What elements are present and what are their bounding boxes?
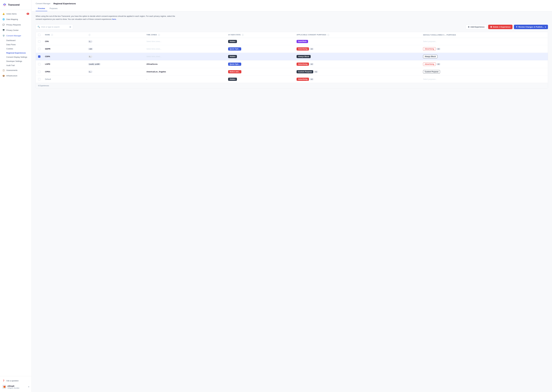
row-default-purposes[interactable]: Advertising+3 xyxy=(421,45,548,53)
table-body: CPA1...Select time zones...HiddenSaleOfI… xyxy=(36,38,548,83)
row-default-purposes[interactable]: Custom Purpose xyxy=(421,68,548,76)
table-row[interactable]: Default-HiddenAdvertising+3Select purpos… xyxy=(36,76,548,83)
table-row[interactable]: CPRA1...America/Los_AngelesNotice and...… xyxy=(36,68,548,76)
row-ui-view-state[interactable]: Quick Opti... xyxy=(226,45,294,53)
table-row[interactable]: LGPD(razill) - pt-BRAfrica/AccraQuick Op… xyxy=(36,60,548,68)
th-name-info-icon[interactable]: i xyxy=(51,34,53,36)
svg-point-0 xyxy=(2,3,7,7)
applicable-extra-badge[interactable]: +3 xyxy=(310,48,314,50)
sidebar-item-regional-experiences[interactable]: Regional Experiences xyxy=(6,51,31,55)
sidebar-item-consent-manager[interactable]: 🛡️ Consent Manager xyxy=(0,33,31,38)
row-ui-view-state[interactable]: Notice and... xyxy=(226,68,294,76)
search-box[interactable]: 🔍 Click or type to search ⊕ xyxy=(36,24,73,29)
top-bar: Consent Manager › Regional Experiences P… xyxy=(32,0,552,11)
sidebar-item-cookies[interactable]: Cookies xyxy=(6,47,31,51)
table-row[interactable]: CPA1...Select time zones...HiddenSaleOfI… xyxy=(36,38,548,45)
add-experience-button[interactable]: ⊕ Add Experience xyxy=(466,25,487,29)
sidebar-item-dashboard[interactable]: Dashboard xyxy=(6,38,31,42)
row-checkbox-cell xyxy=(36,38,43,45)
applicable-extra-badge[interactable]: +3 xyxy=(310,78,314,80)
logo-text: Transcend xyxy=(8,4,20,6)
default-placeholder: Select purposes... xyxy=(423,78,437,80)
page-description: When using the out-of-the-box Transcend,… xyxy=(36,15,179,21)
user-section[interactable]: 🎁 eShopIt Grégory Jourdan ▾ xyxy=(0,383,31,390)
user-subtitle: Grégory Jourdan xyxy=(7,387,27,389)
row-ui-view-state[interactable]: Quick Opti... xyxy=(226,60,294,68)
table: NAME i i TIME ZONES i UI VIEW STATE i xyxy=(36,32,548,83)
tab-purposes[interactable]: Purposes xyxy=(47,6,60,11)
sidebar-item-consent-display-settings[interactable]: Consent Display Settings xyxy=(6,55,31,59)
default-extra-badge[interactable]: +3 xyxy=(436,63,440,65)
sidebar-item-assessments[interactable]: 📋 Assessments xyxy=(0,67,31,73)
th-applicable-purposes: APPLICABLE CONSENT PURPOSES i xyxy=(294,32,421,38)
sidebar-item-data-flows[interactable]: Data Flows xyxy=(6,42,31,47)
sidebar-item-audit-trail[interactable]: Audit Trail xyxy=(6,63,31,67)
sidebar-item-privacy-requests[interactable]: 💬 Privacy Requests xyxy=(0,22,31,28)
th-applicable-info-icon[interactable]: i xyxy=(327,34,329,36)
row-time-zones[interactable]: America/Los_Angeles xyxy=(144,68,226,76)
row-checkbox-cdpa[interactable]: ✓ xyxy=(38,56,40,58)
applicable-extra-badge[interactable]: +1 xyxy=(314,71,318,73)
sidebar-item-privacy-center[interactable]: 🖥️ Privacy Center xyxy=(0,28,31,33)
tab-preview[interactable]: Preview xyxy=(36,6,47,11)
th-time-zones-info-icon[interactable]: i xyxy=(158,34,160,36)
row-default-purposes[interactable]: Advertising+3 xyxy=(421,60,548,68)
row-time-zones[interactable]: Select time zones... xyxy=(144,38,226,45)
row-checkbox-cpra[interactable] xyxy=(38,71,40,73)
applicable-extra-badge[interactable]: +3 xyxy=(310,63,314,65)
row-time-zones[interactable]: Select time zones... xyxy=(144,53,226,60)
breadcrumb: Consent Manager › Regional Experiences xyxy=(36,0,548,5)
publish-button[interactable]: ⬆ Review Changes & Publish... ● xyxy=(514,25,548,29)
row-applicable-purposes[interactable]: Custom Purpose+1 xyxy=(294,68,421,76)
message-icon: 💬 xyxy=(2,23,5,26)
th-select-all[interactable] xyxy=(36,32,43,38)
sidebar-item-action-items[interactable]: 🔔 Action Items 5 xyxy=(0,11,31,16)
row-default-purposes[interactable]: Always Block xyxy=(421,53,548,60)
row-applicable-purposes[interactable]: SaleOfInfo xyxy=(294,38,421,45)
default-purpose-badge: Always Block xyxy=(423,55,437,58)
row-applicable-purposes[interactable]: Advertising+3 xyxy=(294,76,421,83)
bell-icon: 🔔 xyxy=(2,13,5,15)
row-ui-view-state[interactable]: Hidden xyxy=(226,76,294,83)
ui-state-badge: Quick Opti... xyxy=(228,63,241,66)
default-purpose-badge: Custom Purpose xyxy=(423,70,440,73)
row-checkbox-gdpr[interactable] xyxy=(38,48,40,50)
row-checkbox-lgpd[interactable] xyxy=(38,63,40,65)
sidebar-nav: 🔔 Action Items 5 🌐 Data Mapping 💬 Privac… xyxy=(0,10,31,376)
transcend-logo-icon xyxy=(2,3,7,7)
row-checkbox-cpa[interactable] xyxy=(38,40,40,43)
consent-manager-subnav: Dashboard Data Flows Cookies Regional Ex… xyxy=(0,38,31,67)
row-checkbox-default[interactable] xyxy=(38,78,40,80)
delete-experience-button[interactable]: 🗑 Delete 1 Experience xyxy=(488,25,513,29)
row-applicable-purposes[interactable]: Always Block xyxy=(294,53,421,60)
default-extra-badge[interactable]: +3 xyxy=(436,48,440,50)
sidebar: Transcend 🔔 Action Items 5 🌐 Data Mappin… xyxy=(0,0,32,392)
row-time-zones[interactable]: - xyxy=(144,76,226,83)
row-time-zones[interactable]: Africa/Accra xyxy=(144,60,226,68)
breadcrumb-parent[interactable]: Consent Manager xyxy=(36,2,51,5)
sidebar-item-data-mapping[interactable]: 🌐 Data Mapping xyxy=(0,16,31,22)
th-ui-state-info-icon[interactable]: i xyxy=(242,34,244,36)
row-name: Default xyxy=(43,76,86,83)
row-name: CPRA xyxy=(43,68,86,76)
search-icon: 🔍 xyxy=(37,26,40,28)
row-ui-view-state[interactable]: Hidden xyxy=(226,38,294,45)
tz-placeholder: Select time zones... xyxy=(146,41,162,42)
row-default-purposes[interactable]: Select purposes... xyxy=(421,76,548,83)
select-all-checkbox[interactable] xyxy=(38,34,40,36)
row-applicable-purposes[interactable]: Advertising+3 xyxy=(294,60,421,68)
ask-a-question-item[interactable]: ❓ Ask a question xyxy=(0,378,31,383)
row-ui-view-state[interactable]: Hidden xyxy=(226,53,294,60)
row-time-zones[interactable]: Select time zones... xyxy=(144,45,226,53)
sidebar-item-developer-settings[interactable]: Developer Settings xyxy=(6,59,31,63)
row-default-purposes[interactable]: Select purposes... xyxy=(421,38,548,45)
row-applicable-purposes[interactable]: Advertising+3 xyxy=(294,45,421,53)
table-row[interactable]: ✓CDPA1...Select time zones...HiddenAlway… xyxy=(36,53,548,60)
table-row[interactable]: GDPR+24Select time zones...Quick Opti...… xyxy=(36,45,548,53)
description-link[interactable]: here. xyxy=(112,18,116,20)
sidebar-item-infrastructure[interactable]: 📦 Infrastructure xyxy=(0,73,31,78)
applicable-purpose-badge: SaleOfInfo xyxy=(297,40,308,43)
search-add-icon[interactable]: ⊕ xyxy=(69,26,71,28)
svg-point-1 xyxy=(4,5,5,6)
th-info2-info-icon[interactable]: i xyxy=(88,34,91,36)
